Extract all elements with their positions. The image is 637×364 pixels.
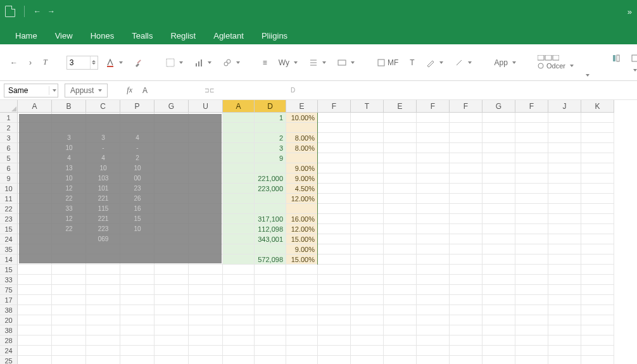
cell[interactable] (417, 163, 450, 173)
cell[interactable] (351, 295, 384, 305)
cell[interactable]: 221,000 (255, 173, 286, 184)
cell[interactable]: 4.50% (286, 184, 318, 194)
cell[interactable] (515, 204, 548, 214)
cell[interactable] (581, 305, 614, 315)
cell[interactable] (548, 214, 581, 224)
cell[interactable] (482, 275, 515, 285)
row-header[interactable]: 75 (0, 285, 18, 295)
app-dropdown[interactable]: App (491, 56, 520, 70)
column-header[interactable]: A (18, 100, 52, 113)
cell[interactable] (286, 315, 318, 325)
row-header[interactable]: 24 (0, 346, 18, 356)
cell[interactable] (255, 305, 286, 315)
cell[interactable] (384, 356, 417, 364)
cell[interactable] (450, 254, 482, 265)
cell[interactable] (417, 204, 450, 214)
cell[interactable] (120, 346, 155, 356)
order-dropdown[interactable]: Odcer (535, 62, 576, 70)
cell[interactable] (417, 275, 450, 285)
select-all-corner[interactable] (0, 100, 18, 113)
cell[interactable] (384, 254, 417, 265)
cell[interactable] (18, 275, 52, 285)
cell[interactable] (417, 254, 450, 265)
cell[interactable] (417, 133, 450, 143)
cell[interactable] (318, 153, 351, 163)
cell[interactable] (548, 234, 581, 244)
cell[interactable] (286, 346, 318, 356)
cell[interactable] (482, 295, 515, 305)
cell[interactable] (384, 224, 417, 234)
mf-button[interactable]: MF (374, 56, 402, 70)
appust-button[interactable]: Appust (65, 84, 108, 97)
cell[interactable] (52, 325, 86, 336)
cell[interactable] (515, 234, 548, 244)
cell[interactable] (548, 315, 581, 325)
cell[interactable] (515, 254, 548, 265)
cell[interactable] (548, 143, 581, 153)
cell[interactable] (189, 346, 223, 356)
cell[interactable] (351, 163, 384, 173)
cell[interactable] (384, 234, 417, 244)
cell[interactable] (384, 113, 417, 123)
cell[interactable]: 16.00% (286, 214, 318, 224)
cell[interactable] (351, 285, 384, 295)
cell[interactable] (286, 356, 318, 364)
column-header[interactable]: B (52, 100, 86, 113)
cell[interactable] (155, 295, 189, 305)
cell[interactable] (515, 346, 548, 356)
column-header[interactable]: G (482, 100, 515, 113)
cell[interactable] (482, 133, 515, 143)
cell[interactable] (351, 153, 384, 163)
cell[interactable] (120, 295, 155, 305)
cell[interactable]: 12.00% (286, 224, 318, 234)
cell[interactable] (255, 163, 286, 173)
cell[interactable] (155, 346, 189, 356)
cell[interactable] (384, 305, 417, 315)
cell[interactable] (482, 336, 515, 346)
cell[interactable] (384, 346, 417, 356)
cell[interactable] (581, 194, 614, 204)
cell[interactable] (351, 123, 384, 133)
cell[interactable] (417, 346, 450, 356)
cell[interactable] (223, 163, 255, 173)
cell[interactable]: 572,098 (255, 254, 286, 265)
cell[interactable] (581, 133, 614, 143)
cell[interactable] (482, 265, 515, 275)
align-left-button[interactable]: ≡ (259, 56, 271, 70)
cell[interactable] (384, 315, 417, 325)
cell[interactable] (86, 285, 120, 295)
cell[interactable] (223, 113, 255, 123)
cell[interactable] (318, 275, 351, 285)
cell[interactable] (482, 234, 515, 244)
cell[interactable] (548, 254, 581, 265)
cell[interactable] (351, 315, 384, 325)
menu-hones[interactable]: Hones (91, 31, 115, 41)
cell[interactable] (318, 325, 351, 336)
cell[interactable]: 3 (255, 143, 286, 153)
row-header[interactable]: 33 (0, 275, 18, 285)
cell[interactable] (223, 244, 255, 254)
cell[interactable] (581, 204, 614, 214)
cell[interactable] (318, 224, 351, 234)
wrap-text-button[interactable]: Wy (275, 56, 301, 70)
cell[interactable] (255, 315, 286, 325)
cell[interactable] (155, 356, 189, 364)
row-header[interactable]: 2 (0, 123, 18, 133)
cell[interactable] (18, 315, 52, 325)
cell[interactable] (351, 336, 384, 346)
cell[interactable] (318, 305, 351, 315)
cell[interactable] (255, 275, 286, 285)
cell[interactable] (417, 184, 450, 194)
cell[interactable] (417, 224, 450, 234)
cell[interactable] (18, 265, 52, 275)
cell[interactable] (318, 133, 351, 143)
cell[interactable] (351, 265, 384, 275)
cell[interactable] (450, 295, 482, 305)
rows-icon[interactable] (535, 55, 576, 61)
cell[interactable] (417, 295, 450, 305)
cell[interactable] (384, 173, 417, 184)
cell[interactable] (548, 244, 581, 254)
cell[interactable]: 8.00% (286, 133, 318, 143)
cell[interactable]: 9 (255, 153, 286, 163)
cell[interactable] (515, 184, 548, 194)
